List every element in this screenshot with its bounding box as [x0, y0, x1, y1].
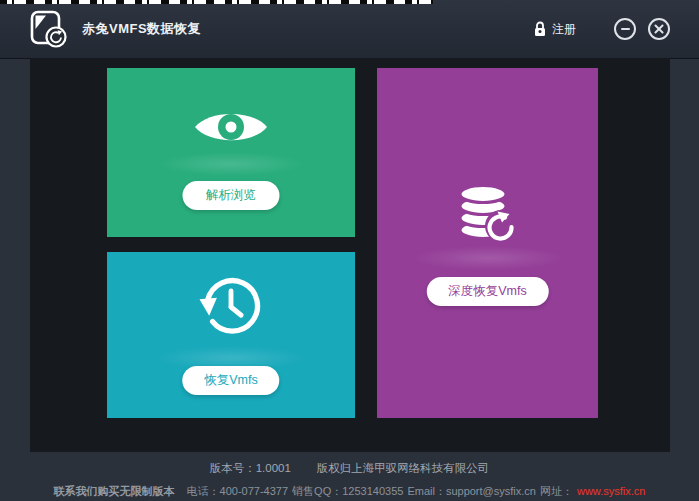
close-button[interactable]	[648, 18, 670, 40]
title-bar-controls: 注册	[534, 18, 670, 40]
history-clock-icon	[198, 275, 264, 343]
panel-parse-browse[interactable]: 解析浏览	[107, 68, 355, 237]
qq-label: 销售QQ：1253140355	[292, 485, 403, 497]
contact-prompt: 联系我们购买无限制版本	[54, 485, 175, 497]
app-title: 赤兔VMFS数据恢复	[82, 20, 201, 38]
app-logo-icon	[29, 10, 69, 48]
footer: 版本号：1.0001版权归上海甲驭网络科技有限公司 联系我们购买无限制版本电话：…	[0, 452, 699, 501]
phone-label: 电话：400-077-4377	[187, 485, 289, 497]
restore-vmfs-button[interactable]: 恢复Vmfs	[182, 366, 279, 395]
eye-icon	[193, 105, 269, 153]
minimize-icon	[621, 28, 630, 30]
version-label: 版本号：1.0001	[210, 462, 291, 474]
close-icon	[654, 24, 664, 34]
panel-deep-restore-vmfs[interactable]: 深度恢复Vmfs	[377, 68, 598, 418]
deep-restore-vmfs-button[interactable]: 深度恢复Vmfs	[426, 277, 548, 306]
minimize-button[interactable]	[614, 18, 636, 40]
footer-contact-line: 联系我们购买无限制版本电话：400-077-4377销售QQ：125314035…	[0, 484, 699, 499]
icon-reflection	[156, 152, 306, 176]
site-url-link[interactable]: www.sysfix.cn	[577, 485, 645, 497]
parse-browse-button[interactable]: 解析浏览	[183, 181, 280, 210]
main-content: 解析浏览 恢复Vmfs	[30, 58, 670, 453]
screenshot-artifact-strip	[0, 0, 433, 4]
lock-icon	[534, 21, 546, 37]
panel-restore-vmfs[interactable]: 恢复Vmfs	[107, 252, 355, 418]
title-bar: 赤兔VMFS数据恢复 注册	[0, 0, 699, 59]
icon-reflection	[413, 246, 563, 270]
register-label: 注册	[552, 21, 576, 38]
site-label: 网址：	[540, 485, 573, 497]
app-window: 赤兔VMFS数据恢复 注册	[0, 0, 699, 501]
register-button[interactable]: 注册	[534, 21, 576, 38]
database-restore-icon	[457, 184, 519, 248]
footer-version-line: 版本号：1.0001版权归上海甲驭网络科技有限公司	[0, 461, 699, 476]
email-label: Email：support@sysfix.cn	[407, 485, 536, 497]
copyright-label: 版权归上海甲驭网络科技有限公司	[317, 462, 490, 474]
